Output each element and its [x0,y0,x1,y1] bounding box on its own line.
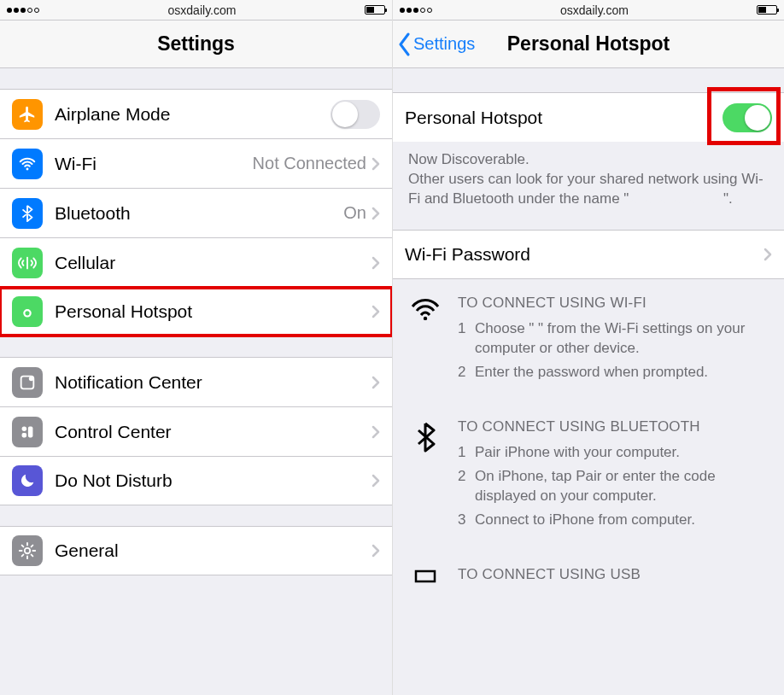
instructions-usb: TO CONNECT USING USB [393,551,784,590]
row-label: Notification Center [55,372,372,393]
status-bar: osxdaily.com [393,0,784,20]
settings-list[interactable]: Airplane ModeWi-FiNot ConnectedBluetooth… [0,68,392,695]
back-button[interactable]: Settings [398,32,475,56]
instruction-step: 1Pair iPhone with your computer. [458,442,769,463]
wifi-icon [12,149,43,179]
back-label: Settings [413,34,475,54]
chevron-right-icon [372,474,380,488]
svg-rect-8 [416,571,435,581]
svg-point-2 [29,376,34,381]
row-value: Not Connected [253,154,366,173]
status-domain: osxdaily.com [560,3,629,17]
gear-icon [12,535,43,566]
cellular-icon [12,248,43,278]
row-value: On [343,203,366,223]
instructions-wifi: TO CONNECT USING WI-FI 1Choose " " from … [393,279,784,403]
row-wifi[interactable]: Wi-FiNot Connected [0,138,392,188]
row-notif[interactable]: Notification Center [0,357,392,406]
row-cellular[interactable]: Cellular [0,237,392,287]
wifi-icon [408,293,442,386]
instruction-step: 2Enter the password when prompted. [458,362,769,383]
battery-icon [365,5,385,15]
hotspot-toggle[interactable] [723,103,772,132]
row-label: Airplane Mode [55,104,331,125]
signal-dots-icon [7,8,39,13]
row-control[interactable]: Control Center [0,406,392,456]
svg-point-7 [424,317,427,320]
chevron-right-icon [372,207,380,220]
row-bluetooth[interactable]: BluetoothOn [0,188,392,237]
chevron-left-icon [398,32,412,56]
row-label: General [55,540,372,561]
hotspot-screen: osxdaily.com Settings Personal Hotspot P… [392,0,784,695]
chevron-right-icon [372,256,380,270]
row-label: Wi-Fi [55,154,253,174]
status-bar: osxdaily.com [0,0,392,20]
row-label: Control Center [55,422,372,442]
page-title: Personal Hotspot [507,32,670,55]
settings-screen: osxdaily.com Settings Airplane ModeWi-Fi… [0,0,392,695]
nav-header: Settings [0,20,392,68]
bluetooth-icon [12,198,43,229]
instruction-step: 3Connect to iPhone from computer. [458,510,769,530]
battery-icon [757,5,777,15]
bluetooth-icon [408,417,442,534]
row-general[interactable]: General [0,526,392,575]
instruction-step: 1Choose " " from the Wi-Fi settings on y… [458,318,769,359]
svg-rect-3 [22,426,26,431]
chevron-right-icon [372,544,380,558]
svg-point-0 [26,167,29,170]
instructions-bluetooth: TO CONNECT USING BLUETOOTH 1Pair iPhone … [393,403,784,551]
wifi-password-row[interactable]: Wi-Fi Password [393,230,784,279]
row-dnd[interactable]: Do Not Disturb [0,456,392,505]
row-label: Wi-Fi Password [405,244,764,265]
chevron-right-icon [372,157,380,171]
svg-rect-4 [22,432,26,437]
notification-icon [12,367,43,398]
hotspot-icon [12,296,43,327]
discoverable-description: Now Discoverable. Other users can look f… [393,142,784,214]
hotspot-body[interactable]: Personal Hotspot Now Discoverable. Other… [393,68,784,695]
nav-header: Settings Personal Hotspot [393,20,784,68]
airplane-icon [12,99,43,130]
svg-point-6 [25,548,30,553]
row-label: Cellular [55,253,372,273]
control-icon [12,417,43,447]
chevron-right-icon [764,248,772,261]
moon-icon [12,465,43,496]
row-label: Personal Hotspot [405,108,723,128]
row-label: Do Not Disturb [55,470,372,491]
chevron-right-icon [372,425,380,439]
hotspot-toggle-row[interactable]: Personal Hotspot [393,92,784,142]
row-label: Bluetooth [55,203,343,224]
row-label: Personal Hotspot [55,301,372,322]
airplane-toggle[interactable] [331,100,380,129]
instruction-step: 2On iPhone, tap Pair or enter the code d… [458,466,769,507]
chevron-right-icon [372,376,380,389]
chevron-right-icon [372,305,380,318]
status-domain: osxdaily.com [168,3,237,17]
row-airplane[interactable]: Airplane Mode [0,89,392,138]
page-title: Settings [157,32,235,55]
usb-icon [408,564,442,590]
signal-dots-icon [400,8,432,13]
row-hotspot[interactable]: Personal Hotspot [0,287,392,336]
svg-rect-5 [28,426,32,437]
